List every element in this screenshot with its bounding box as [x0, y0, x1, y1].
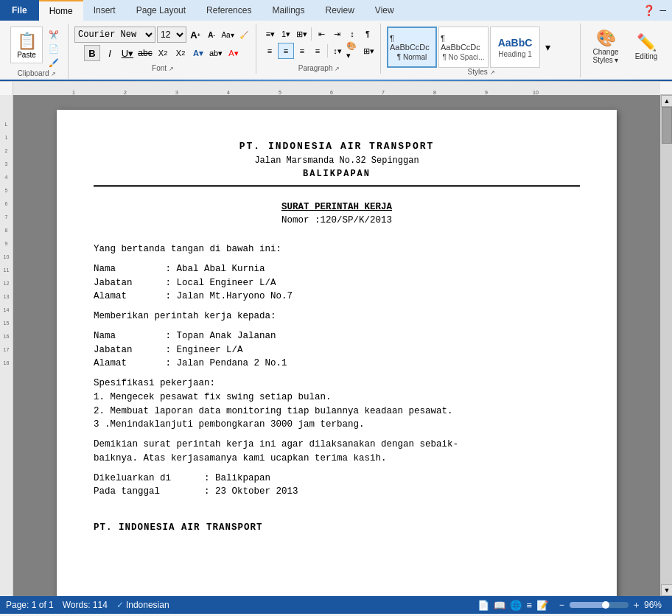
- date-line: Pada tanggal : 23 Oktober 2013: [94, 485, 580, 499]
- ruler-top: 1 2 3 4 5 6 7 8 9 10: [0, 82, 672, 95]
- ruler-horizontal: 1 2 3 4 5 6 7 8 9 10: [13, 82, 660, 95]
- paste-button[interactable]: 📋 Paste: [10, 27, 43, 63]
- font-name-select[interactable]: Courier New: [74, 27, 155, 43]
- ribbon-accent-line: [0, 80, 672, 81]
- font-group: Courier New 12 A+ A- Aa▾ 🧹 B I U▾ abc X2…: [70, 24, 256, 74]
- city-name: BALIKPAPAN: [94, 167, 580, 181]
- tab-view[interactable]: View: [365, 0, 405, 21]
- strikethrough-button[interactable]: abc: [137, 45, 153, 61]
- document-scroll-area[interactable]: PT. INDONESIA AIR TRANSPORT Jalan Marsma…: [13, 95, 660, 596]
- scroll-down-button[interactable]: ▼: [661, 584, 672, 596]
- zoom-control: － ＋ 96%: [557, 598, 666, 612]
- clipboard-group: 📋 Paste ✂️ 📄 🖌️ Clipboard ↗: [6, 24, 69, 79]
- numbering-button[interactable]: 1▾: [279, 27, 293, 41]
- ribbon: File Home Insert Page Layout References …: [0, 0, 672, 82]
- zoom-slider[interactable]: [570, 602, 629, 608]
- style-normal-label: ¶ Normal: [397, 53, 427, 61]
- document-page: PT. INDONESIA AIR TRANSPORT Jalan Marsma…: [57, 110, 617, 596]
- scroll-up-button[interactable]: ▲: [661, 95, 672, 107]
- styles-label: Styles ↗: [467, 68, 494, 76]
- tab-references[interactable]: References: [196, 0, 262, 21]
- paragraph-label: Paragraph ↗: [298, 64, 340, 72]
- clear-format-button[interactable]: 🧹: [237, 27, 251, 42]
- increase-indent-button[interactable]: ⇥: [329, 27, 344, 41]
- tab-file[interactable]: File: [0, 0, 39, 21]
- justify-button[interactable]: ≡: [310, 43, 325, 58]
- font-label: Font ↗: [152, 64, 174, 72]
- font-size-select[interactable]: 12: [157, 27, 186, 43]
- zoom-out-button[interactable]: －: [557, 598, 567, 612]
- ribbon-toolbar: 📋 Paste ✂️ 📄 🖌️ Clipboard ↗ Courier New …: [0, 21, 672, 80]
- shading-button[interactable]: 🎨▾: [346, 43, 360, 58]
- spec-item-2: 2. Membuat laporan data monitoring tiap …: [94, 405, 580, 419]
- recipient-jabatan: Jabatan : Engineer L/A: [94, 343, 580, 357]
- issuer-alamat: Alamat : Jalan Mt.Haryono No.7: [94, 290, 580, 304]
- change-case-button[interactable]: Aa▾: [220, 27, 235, 42]
- closing-text2: baiknya. Atas kerjasamanya kami ucapkan …: [94, 452, 580, 466]
- language-indicator[interactable]: ✓ Indonesian: [116, 600, 169, 610]
- copy-button[interactable]: 📄: [44, 42, 63, 55]
- spec-title: Spesifikasi pekerjaan:: [94, 377, 580, 391]
- sort-button[interactable]: ↕: [345, 27, 360, 41]
- spec-item-3: 3 .Menindaklanjuti pembongkaran 3000 jam…: [94, 418, 580, 432]
- subscript-button[interactable]: X2: [155, 45, 171, 61]
- format-painter-button[interactable]: 🖌️: [44, 56, 63, 69]
- tab-review[interactable]: Review: [315, 0, 364, 21]
- tab-page-layout[interactable]: Page Layout: [126, 0, 196, 21]
- bullets-button[interactable]: ≡▾: [263, 27, 278, 41]
- fullscreen-reading-button[interactable]: 📖: [494, 600, 505, 611]
- superscript-button[interactable]: X2: [172, 45, 189, 61]
- zoom-in-button[interactable]: ＋: [631, 598, 641, 612]
- word-count: Words: 114: [63, 600, 108, 610]
- style-heading1[interactable]: AaBbC Heading 1: [490, 27, 540, 68]
- style-nospace[interactable]: ¶ AaBbCcDc ¶ No Spaci...: [438, 27, 489, 68]
- font-color-button[interactable]: A▾: [225, 45, 242, 61]
- print-layout-button[interactable]: 📄: [477, 600, 489, 611]
- draft-button[interactable]: 📝: [536, 600, 548, 611]
- line-spacing-button[interactable]: ↕▾: [330, 43, 345, 58]
- align-left-button[interactable]: ≡: [262, 43, 277, 58]
- align-right-button[interactable]: ≡: [295, 43, 309, 58]
- grow-font-button[interactable]: A+: [188, 27, 203, 42]
- tab-insert[interactable]: Insert: [83, 0, 126, 21]
- view-controls: 📄 📖 🌐 ≡ 📝: [477, 600, 548, 611]
- outline-button[interactable]: ≡: [526, 600, 532, 611]
- minimize-icon[interactable]: ─: [659, 5, 666, 15]
- underline-button[interactable]: U▾: [119, 45, 136, 61]
- web-layout-button[interactable]: 🌐: [510, 600, 522, 611]
- change-styles-button[interactable]: 🎨 Change Styles ▾: [585, 25, 626, 68]
- tab-home[interactable]: Home: [39, 0, 83, 21]
- recipient-nama: Nama : Topan Anak Jalanan: [94, 329, 580, 343]
- scrollbar-vertical[interactable]: ▲ ▼: [660, 95, 672, 596]
- paragraph-group: ≡▾ 1▾ ⊞▾ ⇤ ⇥ ↕ ¶ ≡ ≡ ≡ ≡ ↕▾ 🎨▾ ⊞▾ Paragr…: [258, 24, 381, 74]
- shrink-font-button[interactable]: A-: [204, 27, 219, 42]
- style-normal[interactable]: ¶ AaBbCcDc ¶ Normal: [387, 27, 437, 68]
- page-count: Page: 1 of 1: [6, 600, 54, 610]
- company-name: PT. INDONESIA AIR TRANSPORT: [94, 139, 580, 154]
- decrease-indent-button[interactable]: ⇤: [314, 27, 329, 41]
- bold-button[interactable]: B: [84, 45, 100, 61]
- style-heading1-label: Heading 1: [498, 50, 532, 58]
- separator-line: [94, 185, 580, 187]
- page-content: PT. INDONESIA AIR TRANSPORT Jalan Marsma…: [94, 139, 580, 535]
- language-check-icon: ✓: [116, 600, 124, 610]
- ruler-corner: [0, 82, 13, 95]
- align-center-button[interactable]: ≡: [278, 43, 294, 59]
- italic-button[interactable]: I: [102, 45, 118, 61]
- show-formatting-button[interactable]: ¶: [360, 27, 375, 41]
- scrollbar-placeholder: [660, 82, 672, 94]
- highlight-button[interactable]: ab▾: [208, 45, 224, 61]
- scroll-thumb[interactable]: [662, 107, 672, 144]
- borders-button[interactable]: ⊞▾: [361, 43, 376, 58]
- cut-button[interactable]: ✂️: [44, 28, 63, 41]
- help-icon[interactable]: ❓: [643, 4, 655, 16]
- tab-mailings[interactable]: Mailings: [262, 0, 315, 21]
- text-effects-button[interactable]: A▾: [190, 45, 206, 61]
- ribbon-tab-bar: File Home Insert Page Layout References …: [0, 0, 672, 21]
- status-bar: Page: 1 of 1 Words: 114 ✓ Indonesian 📄 📖…: [0, 596, 672, 614]
- style-nospace-label: ¶ No Spaci...: [442, 53, 484, 61]
- multilevel-list-button[interactable]: ⊞▾: [294, 27, 309, 41]
- spec-item-1: 1. Mengecek pesawat fix swing setiap bul…: [94, 391, 580, 405]
- styles-more-button[interactable]: ▾: [542, 27, 553, 68]
- closing-text: Demikian surat perintah kerja ini agar d…: [94, 438, 580, 452]
